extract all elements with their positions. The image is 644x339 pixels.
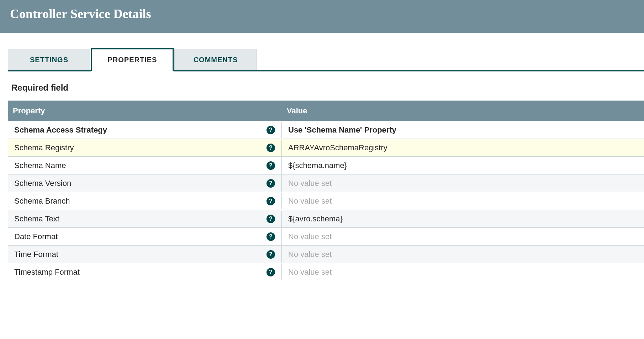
properties-table: Property Value Schema Access Strategy?Us…: [8, 101, 644, 281]
table-row[interactable]: Schema Version?No value set: [8, 174, 644, 192]
table-row[interactable]: Schema Text?${avro.schema}: [8, 210, 644, 228]
table-row[interactable]: Schema Access Strategy?Use 'Schema Name'…: [8, 121, 644, 139]
property-name: Date Format: [14, 232, 58, 241]
help-icon[interactable]: ?: [266, 250, 275, 259]
property-cell: Schema Name?: [8, 157, 282, 174]
col-header-property: Property: [8, 101, 282, 121]
help-icon[interactable]: ?: [266, 232, 275, 241]
property-name: Schema Registry: [14, 143, 74, 152]
property-cell: Timestamp Format?: [8, 264, 282, 280]
tab-properties[interactable]: PROPERTIES: [91, 48, 174, 71]
property-cell: Schema Branch?: [8, 193, 282, 209]
property-cell: Schema Registry?: [8, 140, 282, 156]
table-row[interactable]: Timestamp Format?No value set: [8, 263, 644, 281]
table-body: Schema Access Strategy?Use 'Schema Name'…: [8, 121, 644, 281]
table-row[interactable]: Time Format?No value set: [8, 246, 644, 263]
property-cell: Date Format?: [8, 228, 282, 245]
value-cell[interactable]: ${schema.name}: [282, 157, 644, 174]
dialog-title: Controller Service Details: [10, 6, 634, 21]
value-cell[interactable]: No value set: [282, 264, 644, 280]
table-row[interactable]: Schema Branch?No value set: [8, 192, 644, 210]
property-name: Schema Access Strategy: [14, 125, 107, 135]
help-icon[interactable]: ?: [266, 215, 275, 223]
property-name: Schema Branch: [14, 197, 70, 206]
table-row[interactable]: Schema Name?${schema.name}: [8, 157, 644, 174]
tab-comments[interactable]: COMMENTS: [174, 49, 257, 70]
table-row[interactable]: Date Format?No value set: [8, 228, 644, 246]
property-cell: Time Format?: [8, 246, 282, 263]
dialog-header: Controller Service Details: [0, 0, 644, 33]
help-icon[interactable]: ?: [266, 197, 275, 205]
property-cell: Schema Access Strategy?: [8, 122, 282, 138]
dialog-content: SETTINGS PROPERTIES COMMENTS Required fi…: [0, 48, 644, 281]
value-cell[interactable]: No value set: [282, 175, 644, 192]
tab-settings[interactable]: SETTINGS: [8, 49, 90, 70]
tab-bar: SETTINGS PROPERTIES COMMENTS: [8, 48, 644, 71]
property-name: Schema Version: [14, 179, 71, 188]
help-icon[interactable]: ?: [266, 268, 275, 276]
property-name: Timestamp Format: [14, 268, 80, 277]
value-cell[interactable]: No value set: [282, 246, 644, 263]
help-icon[interactable]: ?: [266, 179, 275, 188]
value-cell[interactable]: No value set: [282, 193, 644, 209]
property-name: Time Format: [14, 250, 58, 259]
table-row[interactable]: Schema Registry?ARRAYAvroSchemaRegistry: [8, 139, 644, 157]
property-cell: Schema Text?: [8, 211, 282, 227]
help-icon[interactable]: ?: [266, 161, 275, 170]
table-header-row: Property Value: [8, 101, 644, 121]
value-cell[interactable]: ARRAYAvroSchemaRegistry: [282, 140, 644, 156]
help-icon[interactable]: ?: [266, 126, 275, 134]
value-cell[interactable]: ${avro.schema}: [282, 211, 644, 227]
property-cell: Schema Version?: [8, 175, 282, 192]
required-field-label: Required field: [11, 83, 644, 93]
property-name: Schema Text: [14, 214, 59, 224]
property-name: Schema Name: [14, 161, 66, 170]
value-cell[interactable]: Use 'Schema Name' Property: [282, 122, 644, 138]
value-cell[interactable]: No value set: [282, 228, 644, 245]
help-icon[interactable]: ?: [266, 144, 275, 152]
col-header-value: Value: [282, 101, 644, 121]
